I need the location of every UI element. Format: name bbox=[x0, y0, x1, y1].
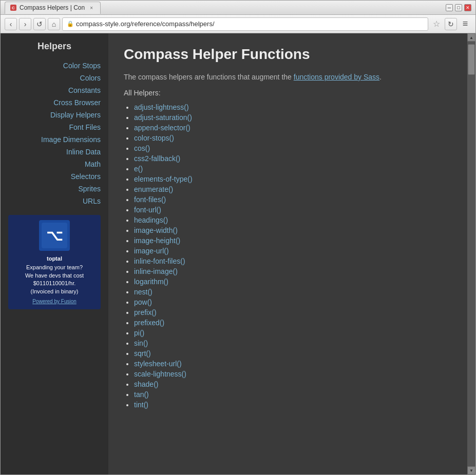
intro-text-after-link: . bbox=[379, 73, 382, 81]
helper-link[interactable]: sqrt() bbox=[134, 349, 151, 358]
sidebar-link-fontfiles[interactable]: Font Files bbox=[69, 123, 101, 131]
sidebar-item-colorstops[interactable]: Color Stops bbox=[1, 60, 108, 72]
helper-list-item: pi() bbox=[134, 328, 452, 338]
helper-link[interactable]: enumerate() bbox=[134, 185, 173, 193]
sidebar-link-colorstops[interactable]: Color Stops bbox=[63, 62, 101, 70]
ad-powered-link[interactable]: Powered by Fusion bbox=[13, 299, 96, 304]
helper-link[interactable]: elements-of-type() bbox=[134, 175, 193, 183]
sidebar: Helpers Color Stops Colors Constants Cro… bbox=[1, 33, 108, 474]
helper-link[interactable]: logarithm() bbox=[134, 278, 168, 286]
helper-link[interactable]: scale-lightness() bbox=[134, 370, 186, 378]
helper-link[interactable]: tint() bbox=[134, 401, 148, 409]
helper-link[interactable]: prefix() bbox=[134, 308, 157, 316]
helper-link[interactable]: adjust-saturation() bbox=[134, 113, 192, 122]
bookmark-button[interactable]: ☆ bbox=[430, 18, 443, 30]
sidebar-item-math[interactable]: Math bbox=[1, 158, 108, 170]
helper-list-item: color-stops() bbox=[134, 133, 452, 143]
helper-link[interactable]: nest() bbox=[134, 288, 153, 296]
sidebar-link-displayhelpers[interactable]: Display Helpers bbox=[50, 111, 101, 119]
scrollbar[interactable]: ▲ ▼ bbox=[467, 33, 475, 474]
minimize-button[interactable]: ─ bbox=[446, 4, 453, 11]
page-title: Compass Helper Functions bbox=[124, 46, 452, 63]
sidebar-link-inlinedata[interactable]: Inline Data bbox=[66, 148, 101, 156]
url-text: compass-style.org/reference/compass/help… bbox=[76, 20, 424, 28]
sidebar-link-sprites[interactable]: Sprites bbox=[78, 185, 101, 193]
tab-title: Compass Helpers | Con bbox=[20, 4, 85, 11]
helper-link[interactable]: inline-font-files() bbox=[134, 257, 185, 265]
sidebar-item-constants[interactable]: Constants bbox=[1, 84, 108, 96]
tab-close-button[interactable]: × bbox=[88, 4, 95, 11]
helper-link[interactable]: prefixed() bbox=[134, 319, 164, 327]
helper-list-item: tan() bbox=[134, 389, 452, 400]
helper-link[interactable]: stylesheet-url() bbox=[134, 360, 182, 368]
menu-button[interactable]: ≡ bbox=[459, 18, 471, 30]
sidebar-item-selectors[interactable]: Selectors bbox=[1, 170, 108, 183]
helper-list-item: adjust-saturation() bbox=[134, 112, 452, 123]
sidebar-item-inlinedata[interactable]: Inline Data bbox=[1, 146, 108, 158]
tab-favicon: C bbox=[10, 5, 16, 11]
helper-link[interactable]: sin() bbox=[134, 339, 148, 347]
sidebar-link-crossbrowser[interactable]: Cross Browser bbox=[53, 98, 101, 107]
back-button[interactable]: ‹ bbox=[5, 18, 17, 30]
intro-link[interactable]: functions provided by Sass bbox=[294, 73, 379, 81]
helper-link[interactable]: tan() bbox=[134, 390, 149, 399]
scroll-track[interactable] bbox=[467, 42, 475, 466]
helper-link[interactable]: font-files() bbox=[134, 195, 166, 204]
home-button[interactable]: ⌂ bbox=[48, 18, 60, 30]
helper-link[interactable]: image-url() bbox=[134, 247, 169, 255]
sidebar-link-math[interactable]: Math bbox=[85, 160, 101, 168]
sidebar-item-displayhelpers[interactable]: Display Helpers bbox=[1, 109, 108, 121]
sidebar-item-imagedimensions[interactable]: Image Dimensions bbox=[1, 133, 108, 146]
helper-link[interactable]: headings() bbox=[134, 216, 168, 224]
sidebar-ad[interactable]: ⌥ toptal Expanding your team? We have de… bbox=[8, 215, 101, 309]
helper-link[interactable]: pow() bbox=[134, 298, 152, 306]
helper-link[interactable]: append-selector() bbox=[134, 124, 191, 132]
title-bar-left: C Compass Helpers | Con × bbox=[5, 2, 101, 14]
sidebar-item-colors[interactable]: Colors bbox=[1, 72, 108, 84]
helper-link[interactable]: cos() bbox=[134, 144, 150, 152]
sidebar-item-crossbrowser[interactable]: Cross Browser bbox=[1, 96, 108, 109]
reload-page-button[interactable]: ↻ bbox=[445, 18, 457, 30]
sidebar-link-colors[interactable]: Colors bbox=[80, 74, 101, 82]
lock-icon: 🔒 bbox=[67, 21, 74, 27]
sidebar-link-selectors[interactable]: Selectors bbox=[71, 172, 101, 181]
helper-list-item: image-height() bbox=[134, 235, 452, 246]
scroll-down-button[interactable]: ▼ bbox=[467, 466, 475, 474]
helper-list-item: nest() bbox=[134, 287, 452, 297]
helper-list-item: font-url() bbox=[134, 205, 452, 215]
helper-link[interactable]: image-height() bbox=[134, 236, 180, 245]
helper-link[interactable]: inline-image() bbox=[134, 267, 178, 275]
svg-text:⌥: ⌥ bbox=[46, 228, 63, 244]
helper-list-item: adjust-lightness() bbox=[134, 102, 452, 112]
helper-link[interactable]: e() bbox=[134, 165, 143, 173]
sidebar-link-urls[interactable]: URLs bbox=[83, 197, 101, 205]
sidebar-item-sprites[interactable]: Sprites bbox=[1, 183, 108, 195]
helper-link[interactable]: css2-fallback() bbox=[134, 154, 180, 163]
helper-link[interactable]: pi() bbox=[134, 329, 144, 337]
helper-link[interactable]: font-url() bbox=[134, 206, 161, 214]
close-button[interactable]: ✕ bbox=[464, 4, 471, 11]
helper-link[interactable]: adjust-lightness() bbox=[134, 103, 189, 111]
helper-list-item: shade() bbox=[134, 379, 452, 389]
helper-list-item: headings() bbox=[134, 215, 452, 225]
helper-link[interactable]: color-stops() bbox=[134, 134, 174, 142]
sidebar-item-urls[interactable]: URLs bbox=[1, 195, 108, 207]
scroll-thumb[interactable] bbox=[468, 44, 475, 75]
address-bar[interactable]: 🔒 compass-style.org/reference/compass/he… bbox=[62, 17, 428, 31]
title-bar-right: ─ □ ✕ bbox=[446, 4, 471, 11]
maximize-button[interactable]: □ bbox=[455, 4, 462, 11]
helper-list-item: image-url() bbox=[134, 246, 452, 256]
helper-link[interactable]: image-width() bbox=[134, 226, 178, 234]
helper-list-item: sqrt() bbox=[134, 348, 452, 359]
helper-link[interactable]: shade() bbox=[134, 380, 158, 388]
sidebar-link-imagedimensions[interactable]: Image Dimensions bbox=[41, 135, 101, 144]
sidebar-link-constants[interactable]: Constants bbox=[68, 86, 101, 94]
intro-paragraph: The compass helpers are functions that a… bbox=[124, 73, 452, 81]
scroll-up-button[interactable]: ▲ bbox=[467, 33, 475, 42]
helper-list-item: cos() bbox=[134, 143, 452, 153]
browser-tab[interactable]: C Compass Helpers | Con × bbox=[5, 2, 101, 14]
ad-line2: We have devs that cost bbox=[25, 272, 84, 279]
sidebar-item-fontfiles[interactable]: Font Files bbox=[1, 121, 108, 133]
forward-button[interactable]: › bbox=[19, 18, 31, 30]
reload-button[interactable]: ↺ bbox=[33, 18, 46, 30]
